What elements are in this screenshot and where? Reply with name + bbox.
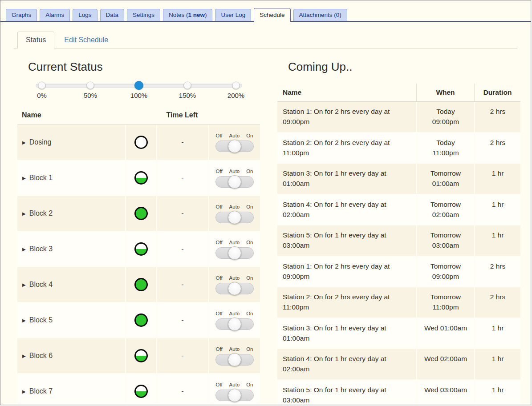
expand-arrow-icon[interactable]: ▶ — [22, 176, 26, 181]
toggle-knob[interactable] — [228, 282, 241, 295]
toggle-option-on: On — [246, 382, 253, 387]
toggle-option-auto: Auto — [229, 169, 240, 174]
zone-name-cell[interactable]: ▶ Block 5 — [17, 303, 125, 338]
toggle-knob[interactable] — [228, 353, 241, 366]
zone-mode-toggle[interactable] — [215, 354, 254, 366]
zone-name-cell[interactable]: ▶ Dosing — [17, 125, 125, 160]
event-duration: 2 hrs — [474, 287, 520, 318]
event-duration: 2 hrs — [474, 133, 520, 163]
zone-time-left: - — [156, 161, 208, 195]
toggle-knob[interactable] — [228, 389, 241, 402]
event-when-line: Wed 01:00am — [419, 323, 472, 333]
event-duration: 1 hr — [474, 164, 520, 194]
event-when-line: Tomorrow — [419, 230, 472, 240]
zone-mode-toggle[interactable] — [215, 318, 254, 330]
top-tab[interactable]: Notes (1 new) — [163, 9, 213, 21]
coming-up-panel: Coming Up.. Name When Duration Station 1… — [277, 48, 520, 405]
tab-edit-schedule[interactable]: Edit Schedule — [56, 32, 116, 48]
top-tab-label: Logs — [78, 12, 91, 18]
coming-up-row: Station 1: On for 2 hrs every day at 09:… — [277, 257, 520, 288]
top-tab[interactable]: Settings — [127, 9, 160, 21]
expand-arrow-icon[interactable]: ▶ — [22, 211, 26, 216]
zone-name-cell[interactable]: ▶ Block 6 — [17, 338, 125, 373]
zone-status-cell — [125, 374, 156, 405]
top-tab[interactable]: Data — [100, 9, 125, 21]
toggle-knob[interactable] — [228, 211, 241, 224]
event-when-line: Tomorrow — [419, 199, 472, 209]
top-tab[interactable]: User Log — [215, 9, 251, 21]
coming-up-row: Station 4: On for 1 hr every day at 02:0… — [277, 195, 520, 226]
toggle-option-labels: OffAutoOn — [215, 275, 254, 281]
toggle-option-on: On — [246, 346, 253, 352]
zone-status-cell — [125, 338, 156, 373]
event-when-line: Tomorrow — [419, 292, 472, 302]
status-table-body: ▶ Dosing - OffAutoOn ▶ Block 1 - OffAuto… — [17, 125, 260, 405]
coming-up-body: Station 1: On for 2 hrs every day at 09:… — [277, 102, 520, 405]
zone-toggle-cell: OffAutoOn — [208, 338, 260, 373]
expand-arrow-icon[interactable]: ▶ — [22, 282, 26, 287]
toggle-option-auto: Auto — [229, 204, 240, 209]
slider-stop-0[interactable] — [38, 82, 46, 89]
top-tab-label: Notes (1 new) — [169, 12, 207, 18]
zone-mode-toggle[interactable] — [215, 283, 254, 294]
expand-arrow-icon[interactable]: ▶ — [22, 354, 26, 358]
coming-up-row: Station 3: On for 1 hr every day at 01:0… — [277, 164, 520, 195]
slider-stop-100[interactable] — [134, 81, 143, 90]
event-when: Today09:00pm — [416, 102, 474, 132]
event-when: Wed 01:00am — [416, 318, 474, 349]
zone-name: Block 1 — [29, 174, 53, 182]
tab-status[interactable]: Status — [17, 32, 54, 48]
zone-time-left: - — [156, 196, 208, 231]
top-tab[interactable]: Schedule — [254, 8, 290, 22]
zone-mode-toggle[interactable] — [215, 390, 254, 401]
toggle-option-on: On — [246, 133, 253, 138]
status-table-row: ▶ Dosing - OffAutoOn — [17, 125, 260, 161]
zone-name-cell[interactable]: ▶ Block 4 — [17, 267, 125, 302]
toggle-option-off: Off — [216, 169, 223, 174]
top-tab[interactable]: Logs — [73, 9, 97, 21]
top-tab-label: User Log — [221, 12, 245, 18]
zone-name-cell[interactable]: ▶ Block 7 — [17, 374, 125, 405]
toggle-option-auto: Auto — [229, 382, 240, 387]
zone-name: Block 3 — [29, 245, 53, 253]
top-tab[interactable]: Alarms — [40, 9, 70, 21]
event-when-line: Tomorrow — [419, 261, 472, 271]
zone-mode-toggle[interactable] — [215, 247, 254, 259]
zone-mode-toggle[interactable] — [215, 141, 254, 152]
toggle-option-auto: Auto — [229, 311, 240, 316]
slider-stop-200[interactable] — [232, 82, 240, 89]
event-when-line: 11:00pm — [419, 148, 472, 158]
event-when-line: Wed 02:00am — [419, 354, 472, 364]
slider-stop-150[interactable] — [184, 82, 191, 89]
toggle-option-on: On — [246, 169, 253, 174]
top-tab[interactable]: Graphs — [6, 9, 37, 21]
event-name: Station 4: On for 1 hr every day at 02:0… — [277, 195, 416, 225]
event-when: Tomorrow09:00pm — [416, 257, 474, 287]
zone-name-cell[interactable]: ▶ Block 1 — [17, 161, 125, 195]
toggle-option-auto: Auto — [229, 275, 240, 281]
top-tab-label: Alarms — [45, 12, 64, 18]
zone-name: Block 5 — [29, 316, 53, 324]
expand-arrow-icon[interactable]: ▶ — [22, 318, 26, 323]
toggle-knob[interactable] — [228, 318, 241, 331]
zone-name-cell[interactable]: ▶ Block 3 — [17, 232, 125, 266]
toggle-option-labels: OffAutoOn — [215, 311, 254, 316]
toggle-knob[interactable] — [228, 140, 241, 153]
toggle-knob[interactable] — [228, 246, 241, 260]
zone-mode-toggle[interactable] — [215, 212, 254, 223]
zone-mode-toggle[interactable] — [215, 176, 254, 188]
zone-name-cell[interactable]: ▶ Block 2 — [17, 196, 125, 231]
top-tab[interactable]: Attachments (0) — [293, 9, 347, 21]
slider-stop-50[interactable] — [87, 82, 94, 89]
event-when: Tomorrow02:00am — [416, 195, 474, 225]
expand-arrow-icon[interactable]: ▶ — [22, 140, 26, 145]
status-table-row: ▶ Block 1 - OffAutoOn — [17, 161, 260, 196]
zone-toggle-cell: OffAutoOn — [208, 374, 260, 405]
zone-time-left: - — [156, 267, 208, 302]
toggle-knob[interactable] — [228, 175, 241, 189]
zone-time-left: - — [156, 374, 208, 405]
dosage-slider[interactable]: 0%50%100%150%200% — [42, 81, 236, 104]
expand-arrow-icon[interactable]: ▶ — [22, 389, 26, 394]
zone-status-cell — [125, 196, 156, 231]
expand-arrow-icon[interactable]: ▶ — [22, 247, 26, 252]
